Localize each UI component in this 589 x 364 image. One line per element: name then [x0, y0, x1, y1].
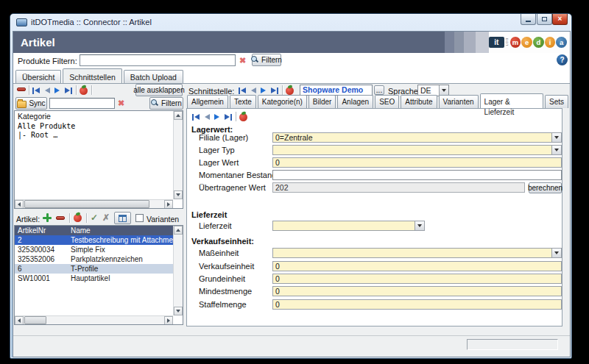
- confirm-icon[interactable]: ✓: [91, 213, 98, 223]
- category-filter-input[interactable]: [49, 98, 115, 109]
- first-icon[interactable]: [32, 86, 42, 96]
- category-item-root[interactable]: |- Root …: [18, 131, 57, 139]
- chevron-down-icon[interactable]: [551, 146, 561, 154]
- shop-sync-icon[interactable]: [80, 87, 88, 95]
- scroll-up-button[interactable]: [174, 226, 183, 235]
- mindestmenge-input[interactable]: 0: [272, 286, 562, 296]
- tab-schnittstellen[interactable]: Schnittstellen: [63, 68, 121, 83]
- lager-typ-select[interactable]: [272, 145, 562, 155]
- clear-category-filter-icon[interactable]: ✖: [118, 99, 124, 107]
- column-artikelnr[interactable]: ArtikelNr: [18, 226, 46, 235]
- cancel-icon[interactable]: ✗: [102, 213, 110, 223]
- table-row[interactable]: 325300034 Simple Fix: [15, 245, 175, 254]
- masseinheit-select[interactable]: [272, 248, 562, 258]
- uebertragener-wert-input[interactable]: 202: [272, 182, 525, 193]
- hscroll-thumb[interactable]: [24, 200, 149, 208]
- tab-allgemein[interactable]: Allgemein: [187, 95, 228, 108]
- table-row[interactable]: 325352006 Parkplatzkennzeichen: [15, 254, 175, 264]
- tab-lager-lieferzeit[interactable]: Lager & Lieferzeit: [480, 93, 543, 108]
- varianten-checkbox[interactable]: [135, 214, 144, 222]
- tab-seo[interactable]: SEO: [375, 95, 399, 108]
- article-label: Artikel:: [16, 215, 40, 224]
- previous-icon[interactable]: [202, 113, 212, 122]
- maximize-button[interactable]: [537, 14, 552, 25]
- window-titlebar[interactable]: itDOTmedia :: Connector :: Artikel ×: [10, 14, 571, 32]
- add-article-icon[interactable]: [43, 213, 52, 222]
- chevron-down-icon[interactable]: [415, 221, 424, 230]
- grundeinheit-label: Grundeinheit: [199, 274, 245, 283]
- tab-anlagen[interactable]: Anlagen: [337, 95, 373, 108]
- main-tabs: Übersicht Schnittstellen Batch Upload: [15, 68, 185, 83]
- close-button[interactable]: ×: [552, 14, 568, 25]
- first-icon[interactable]: [191, 113, 202, 122]
- category-item-all[interactable]: Alle Produkte: [18, 122, 75, 130]
- shop-sync-icon[interactable]: [74, 214, 82, 222]
- last-icon[interactable]: [222, 113, 233, 122]
- table-row[interactable]: 2 Testbeschreibung mit Attachment, IMG: [15, 235, 183, 245]
- tab-attribute[interactable]: Attribute: [401, 95, 437, 108]
- lager-wert-input[interactable]: 0: [272, 157, 562, 168]
- filiale-select[interactable]: 0=Zentrale: [272, 132, 562, 143]
- table-vscrollbar[interactable]: [173, 226, 183, 315]
- scroll-right-button[interactable]: [164, 200, 173, 209]
- table-hscrollbar[interactable]: [15, 315, 173, 324]
- lieferzeit-label: Lieferzeit: [199, 221, 232, 230]
- lieferzeit-select[interactable]: [272, 221, 425, 231]
- tab-kategorien[interactable]: Kategorie(n): [258, 95, 307, 108]
- remove-icon[interactable]: [17, 88, 26, 91]
- chevron-down-icon[interactable]: [551, 133, 561, 142]
- variants-view-toggle[interactable]: [114, 212, 131, 224]
- shop-sync-icon[interactable]: [286, 87, 294, 95]
- product-filter-input[interactable]: [80, 54, 236, 66]
- hscroll-thumb[interactable]: [24, 316, 46, 324]
- shop-sync-icon[interactable]: [239, 113, 247, 121]
- sync-button[interactable]: Sync: [15, 97, 47, 110]
- tab-sets[interactable]: Sets: [545, 95, 568, 108]
- arrow-left-icon: [18, 202, 21, 207]
- category-vscrollbar[interactable]: [173, 111, 183, 199]
- browse-interface-button[interactable]: ...: [374, 85, 384, 95]
- tab-uebersicht[interactable]: Übersicht: [15, 70, 61, 83]
- verkaufseinheit-input[interactable]: 0: [272, 261, 562, 271]
- next-icon[interactable]: [212, 113, 222, 122]
- next-icon[interactable]: [52, 86, 63, 96]
- table-row[interactable]: 6 T-Profile: [15, 264, 183, 274]
- scroll-up-button[interactable]: [174, 111, 183, 120]
- screen: itDOTmedia :: Connector :: Artikel × Art…: [0, 0, 589, 364]
- separator: [86, 213, 87, 223]
- table-row[interactable]: SW10001 Hauptartikel: [15, 274, 175, 283]
- separator: [236, 112, 236, 121]
- interface-value-field[interactable]: Shopware Demo: [300, 85, 373, 96]
- column-name[interactable]: Name: [71, 226, 91, 235]
- clear-filter-icon[interactable]: ✖: [239, 56, 246, 65]
- brand-logo: it DOT m e d i a: [489, 32, 570, 53]
- category-hscrollbar[interactable]: [15, 199, 173, 208]
- tab-batch-upload[interactable]: Batch Upload: [124, 70, 183, 83]
- category-filter-button[interactable]: Filtern: [149, 97, 183, 110]
- tab-varianten[interactable]: Varianten: [439, 95, 479, 108]
- momentaner-bestand-input[interactable]: [272, 170, 562, 180]
- chevron-down-icon[interactable]: [439, 85, 448, 96]
- scroll-down-button[interactable]: [174, 190, 183, 199]
- expand-all-button[interactable]: alle ausklappen: [135, 84, 183, 96]
- verkaufseinheit-label: Verkaufseinheit: [199, 262, 254, 271]
- scroll-right-button[interactable]: [164, 316, 173, 325]
- scroll-down-button[interactable]: [174, 307, 183, 315]
- chevron-down-icon[interactable]: [551, 249, 561, 257]
- section-lieferzeit: Lieferzeit: [191, 210, 227, 219]
- previous-icon[interactable]: [42, 86, 52, 96]
- filter-button[interactable]: Filtern: [252, 54, 281, 66]
- tab-bilder[interactable]: Bilder: [308, 95, 336, 108]
- scroll-left-button[interactable]: [15, 316, 24, 325]
- staffelmenge-input[interactable]: 0: [272, 299, 562, 310]
- help-icon[interactable]: ?: [557, 54, 568, 65]
- grid-icon: [119, 215, 127, 222]
- grundeinheit-input[interactable]: 0: [272, 274, 562, 284]
- berechnen-button[interactable]: berechnen: [529, 182, 562, 193]
- scroll-left-button[interactable]: [15, 200, 24, 209]
- tab-texte[interactable]: Texte: [230, 95, 256, 108]
- remove-article-icon[interactable]: [56, 216, 65, 220]
- category-tree: Kategorie Alle Produkte |- Root …: [14, 110, 183, 209]
- last-icon[interactable]: [63, 86, 73, 96]
- minimize-button[interactable]: [521, 14, 536, 25]
